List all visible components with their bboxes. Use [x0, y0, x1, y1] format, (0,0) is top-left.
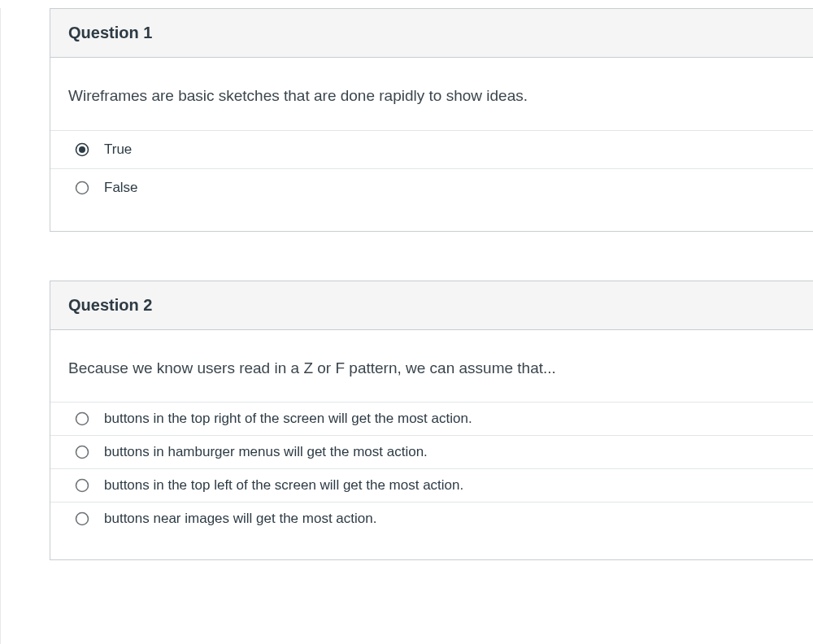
- question-title: Question 1: [68, 24, 795, 42]
- svg-point-1: [79, 146, 85, 153]
- svg-point-5: [76, 480, 89, 492]
- radio-unselected-icon: [75, 511, 89, 526]
- option-label: buttons in the top left of the screen wi…: [104, 477, 795, 494]
- option-label: True: [104, 141, 795, 158]
- svg-point-6: [76, 513, 89, 525]
- question-card-1: Question 1 Wireframes are basic sketches…: [50, 8, 813, 232]
- question-options: buttons in the top right of the screen w…: [50, 402, 813, 559]
- option-label: buttons in the top right of the screen w…: [104, 411, 795, 427]
- question-prompt: Because we know users read in a Z or F p…: [68, 358, 795, 380]
- question-body: Wireframes are basic sketches that are d…: [50, 58, 813, 130]
- radio-unselected-icon: [75, 411, 89, 426]
- question-title: Question 2: [68, 296, 795, 315]
- option-row-top-right[interactable]: buttons in the top right of the screen w…: [50, 402, 813, 435]
- question-header: Question 1: [50, 9, 813, 58]
- svg-point-3: [76, 413, 89, 425]
- question-prompt: Wireframes are basic sketches that are d…: [68, 85, 795, 107]
- svg-point-4: [76, 446, 89, 459]
- question-options: True False: [50, 130, 813, 231]
- option-row-near-images[interactable]: buttons near images will get the most ac…: [50, 502, 813, 535]
- option-label: buttons in hamburger menus will get the …: [104, 444, 795, 460]
- option-label: False: [104, 180, 795, 196]
- question-card-2: Question 2 Because we know users read in…: [50, 281, 813, 561]
- option-row-top-left[interactable]: buttons in the top left of the screen wi…: [50, 468, 813, 502]
- svg-point-2: [76, 181, 89, 194]
- option-row-false[interactable]: False: [50, 168, 813, 207]
- radio-selected-icon: [75, 142, 89, 157]
- question-header: Question 2: [50, 281, 813, 330]
- radio-unselected-icon: [75, 478, 89, 493]
- radio-unselected-icon: [75, 445, 89, 459]
- quiz-page: Question 1 Wireframes are basic sketches…: [0, 8, 813, 644]
- question-body: Because we know users read in a Z or F p…: [50, 330, 813, 402]
- option-row-hamburger[interactable]: buttons in hamburger menus will get the …: [50, 435, 813, 468]
- radio-unselected-icon: [75, 181, 89, 195]
- option-row-true[interactable]: True: [50, 130, 813, 168]
- option-label: buttons near images will get the most ac…: [104, 511, 795, 527]
